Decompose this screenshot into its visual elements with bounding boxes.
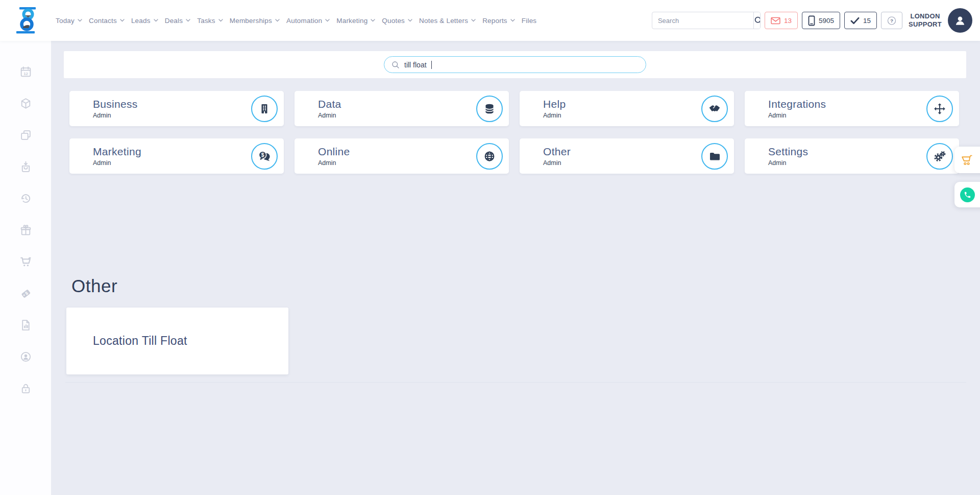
chevron-down-icon (371, 19, 375, 22)
admin-search-panel: till float (64, 51, 966, 78)
sidebar-item-history[interactable] (19, 192, 32, 205)
chevron-down-icon (78, 19, 82, 22)
nav-label: Today (56, 17, 75, 25)
help-button[interactable]: ? (881, 12, 902, 29)
avatar[interactable] (948, 8, 972, 33)
comments-dollar-icon: $ (258, 150, 271, 163)
left-sidebar: 12 $ (0, 41, 51, 495)
result-label: Location Till Float (93, 334, 187, 348)
icon-ring (701, 96, 728, 122)
nav-item-files[interactable]: Files (522, 17, 537, 25)
nav-label: Deals (165, 17, 183, 25)
nav-label: Reports (482, 17, 507, 25)
nav-item-notes-letters[interactable]: Notes & Letters (419, 17, 476, 25)
nav-item-automation[interactable]: Automation (286, 17, 330, 25)
category-card-marketing[interactable]: Marketing Admin $ (69, 138, 284, 174)
icon-ring (926, 143, 953, 170)
nav-label: Quotes (382, 17, 405, 25)
header-search (652, 12, 761, 29)
sidebar-item-price-tag[interactable]: $ (19, 287, 32, 300)
sidebar-item-user-history[interactable] (19, 350, 32, 363)
svg-text:?: ? (890, 17, 893, 23)
nav-item-today[interactable]: Today (56, 17, 82, 25)
database-icon (483, 103, 496, 115)
category-grid: Business Admin Data Admin (69, 91, 959, 174)
nav-label: Files (522, 17, 537, 25)
nav-label: Notes & Letters (419, 17, 468, 25)
chevron-down-icon (120, 19, 125, 22)
icon-ring (476, 143, 503, 170)
sidebar-item-cart[interactable] (19, 255, 32, 268)
sidebar-item-copy[interactable] (19, 129, 32, 142)
category-card-business[interactable]: Business Admin (69, 91, 284, 126)
svg-text:12: 12 (23, 72, 28, 76)
section-divider (65, 382, 966, 383)
phone-icon (964, 191, 971, 199)
nav-item-marketing[interactable]: Marketing (336, 17, 375, 25)
icon-ring (701, 143, 728, 170)
sidebar-item-gift[interactable] (19, 224, 32, 237)
icon-ring: $ (251, 143, 278, 170)
tasks-count: 15 (863, 17, 871, 25)
nav-item-quotes[interactable]: Quotes (382, 17, 412, 25)
chevron-down-icon (408, 19, 412, 22)
nav-item-tasks[interactable]: Tasks (197, 17, 223, 25)
search-icon (391, 61, 400, 69)
phone-extension-button[interactable]: 5905 (802, 12, 840, 29)
question-icon: ? (887, 15, 896, 26)
sidebar-item-bag-arrow-down[interactable] (19, 160, 32, 173)
results-section-heading: Other (71, 276, 117, 296)
chevron-down-icon (325, 19, 330, 22)
svg-text:$: $ (261, 152, 264, 157)
floating-phone-widget[interactable] (954, 182, 980, 207)
cart-icon (960, 154, 974, 167)
sidebar-item-lock[interactable] (19, 382, 32, 395)
chevron-down-icon (471, 19, 476, 22)
header-search-input[interactable] (652, 12, 753, 29)
category-card-data[interactable]: Data Admin (295, 91, 509, 126)
sidebar-item-cube[interactable] (19, 97, 32, 110)
mail-count: 13 (784, 17, 792, 25)
icon-ring (476, 96, 503, 122)
gears-icon (933, 150, 946, 163)
arrows-move-icon (934, 103, 946, 115)
chevron-down-icon (186, 19, 190, 22)
globe-icon (483, 150, 496, 162)
chevron-down-icon (154, 19, 158, 22)
category-card-online[interactable]: Online Admin (295, 138, 509, 174)
phone-extension: 5905 (819, 17, 834, 25)
nav-item-reports[interactable]: Reports (482, 17, 515, 25)
tasks-button[interactable]: 15 (844, 12, 877, 29)
category-card-integrations[interactable]: Integrations Admin (745, 91, 959, 126)
check-icon (850, 17, 860, 25)
phone-circle (960, 187, 975, 202)
person-icon (953, 14, 967, 27)
nav-item-deals[interactable]: Deals (165, 17, 191, 25)
main-nav: Today Contacts Leads Deals Tasks Members… (56, 17, 536, 25)
admin-search-input[interactable]: till float (384, 56, 646, 73)
nav-item-leads[interactable]: Leads (131, 17, 158, 25)
category-card-help[interactable]: Help Admin (520, 91, 734, 126)
mail-button[interactable]: 13 (765, 12, 798, 29)
icon-ring (926, 96, 953, 122)
category-card-other[interactable]: Other Admin (520, 138, 734, 174)
chevron-down-icon (275, 19, 280, 22)
nav-item-contacts[interactable]: Contacts (89, 17, 125, 25)
envelope-icon (771, 17, 780, 25)
user-name-line2: SUPPORT (909, 20, 942, 29)
nav-label: Tasks (197, 17, 215, 25)
category-card-settings[interactable]: Settings Admin (745, 138, 959, 174)
user-name-line1: LONDON (909, 12, 942, 20)
admin-search-value: till float (404, 61, 427, 69)
header-search-button[interactable] (753, 12, 761, 29)
sidebar-item-calendar[interactable]: 12 (19, 65, 32, 78)
nav-item-memberships[interactable]: Memberships (230, 17, 280, 25)
chevron-down-icon (218, 19, 223, 22)
magnifier-icon (754, 16, 761, 25)
top-header: Today Contacts Leads Deals Tasks Members… (0, 0, 980, 41)
building-icon (258, 103, 271, 115)
sidebar-item-file-chart[interactable] (19, 319, 32, 332)
nav-label: Automation (286, 17, 322, 25)
result-card-location-till-float[interactable]: Location Till Float (66, 308, 288, 374)
floating-cart-widget[interactable] (954, 147, 980, 173)
